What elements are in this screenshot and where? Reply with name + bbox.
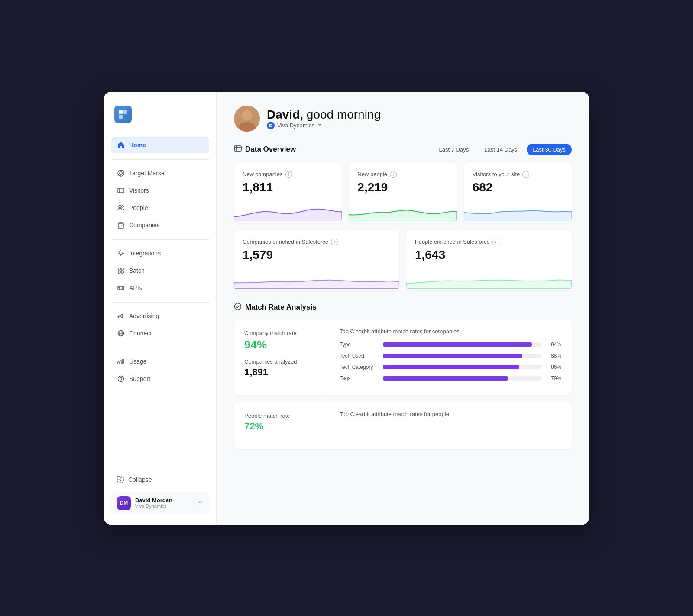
info-icon-people[interactable]: i — [390, 171, 397, 178]
bar-row-tech-category: Tech Category 86% — [340, 364, 561, 370]
svg-point-29 — [120, 377, 122, 380]
sidebar-item-integrations[interactable]: Integrations — [111, 245, 209, 261]
main-content: David, good morning Viva Dynamics — [217, 92, 589, 525]
stat-value-visitors: 682 — [473, 181, 563, 194]
collapse-icon — [117, 476, 124, 484]
match-rate-icon — [234, 303, 242, 313]
svg-rect-2 — [119, 115, 123, 119]
svg-point-11 — [122, 206, 123, 207]
data-overview-title: Data Overview — [234, 145, 296, 155]
svg-rect-7 — [118, 188, 124, 193]
sidebar-bottom: Collapse DM David Morgan Viva Dynamics — [111, 471, 209, 514]
company-match-rate-value: 94% — [244, 338, 318, 352]
people-match-card: People match rate 72% Top Clearbit attri… — [234, 402, 572, 449]
collapse-button[interactable]: Collapse — [111, 471, 209, 488]
stat-card-visitors: Visitors to your site i 682 — [464, 162, 572, 223]
svg-rect-25 — [118, 362, 119, 364]
sidebar: Home Target Market — [104, 92, 217, 525]
bar-track — [383, 376, 541, 381]
stat-value-companies-sf: 1,579 — [243, 248, 391, 262]
integrations-icon — [117, 249, 125, 257]
info-icon-people-sf[interactable]: i — [492, 239, 499, 245]
svg-point-32 — [242, 110, 252, 120]
svg-rect-16 — [118, 268, 120, 270]
page-header: David, good morning Viva Dynamics — [234, 106, 572, 132]
sidebar-item-home[interactable]: Home — [111, 137, 209, 153]
people-match-right: Top Clearbit attribute match rates for p… — [329, 402, 572, 449]
info-icon-companies[interactable]: i — [285, 171, 292, 178]
svg-point-4 — [120, 172, 122, 174]
sidebar-item-connect[interactable]: Connect — [111, 325, 209, 342]
bar-row-tech-used: Tech Used 88% — [340, 353, 561, 359]
svg-rect-18 — [118, 271, 120, 273]
bar-row-type: Type 94% — [340, 342, 561, 348]
sidebar-item-apis[interactable]: APIs — [111, 280, 209, 296]
sidebar-item-visitors[interactable]: Visitors — [111, 182, 209, 199]
svg-rect-30 — [117, 476, 123, 482]
match-rate-header: Match Rate Analysis — [234, 303, 572, 313]
bottom-stats-grid: Companies enriched in Salesforce i 1,579… — [234, 230, 572, 290]
stat-card-new-people: New people i 2,219 — [349, 162, 457, 223]
svg-point-28 — [118, 376, 124, 381]
stat-card-people-salesforce: People enriched in Salesforce i 1,643 — [406, 230, 572, 290]
info-icon-visitors[interactable]: i — [522, 171, 529, 178]
target-icon — [117, 169, 125, 177]
info-icon-companies-sf[interactable]: i — [331, 239, 338, 245]
bar-fill — [383, 376, 508, 381]
home-icon — [117, 141, 125, 149]
svg-rect-0 — [119, 110, 123, 114]
people-match-rate-value: 72% — [244, 421, 318, 432]
bar-fill — [383, 354, 522, 358]
svg-point-21 — [118, 316, 119, 317]
match-rate-title: Match Rate Analysis — [234, 303, 317, 313]
company-match-right: Top Clearbit attribute match rates for c… — [329, 319, 572, 395]
svg-rect-19 — [121, 271, 123, 273]
sidebar-item-batch[interactable]: Batch — [111, 262, 209, 279]
user-profile[interactable]: DM David Morgan Viva Dynamics — [111, 492, 209, 514]
sidebar-item-support[interactable]: Support — [111, 371, 209, 387]
bar-fill — [383, 365, 519, 369]
svg-point-35 — [270, 125, 272, 126]
user-info: David Morgan Viva Dynamics — [135, 497, 193, 509]
sidebar-item-usage[interactable]: Usage — [111, 353, 209, 370]
svg-rect-12 — [118, 223, 123, 228]
chevron-down-icon — [197, 499, 203, 507]
date-14days-button[interactable]: Last 14 Days — [478, 144, 523, 155]
company-match-left: Company match rate 94% Companies analyze… — [234, 319, 329, 395]
usage-icon — [117, 358, 125, 365]
sidebar-item-target-market[interactable]: Target Market — [111, 165, 209, 181]
user-photo — [234, 106, 260, 132]
workspace-icon — [267, 122, 275, 129]
svg-rect-17 — [121, 268, 123, 270]
sidebar-item-advertising[interactable]: Advertising — [111, 308, 209, 324]
bar-track — [383, 365, 541, 369]
svg-rect-26 — [120, 361, 121, 364]
logo — [111, 102, 209, 126]
company-match-card: Company match rate 94% Companies analyze… — [234, 319, 572, 395]
bar-track — [383, 354, 541, 358]
bar-fill — [383, 342, 532, 347]
date-30days-button[interactable]: Last 30 Days — [527, 144, 572, 155]
people-match-left: People match rate 72% — [234, 402, 329, 449]
data-overview-header: Data Overview Last 7 Days Last 14 Days L… — [234, 144, 572, 155]
stat-value-people-sf: 1,643 — [415, 248, 563, 262]
app-logo — [114, 106, 132, 123]
svg-point-39 — [235, 303, 241, 310]
company-analyzed-value: 1,891 — [244, 367, 318, 378]
svg-rect-1 — [123, 110, 127, 114]
workspace-badge[interactable]: Viva Dynamics — [267, 122, 381, 129]
companies-icon — [117, 221, 125, 229]
svg-point-10 — [119, 205, 121, 208]
visitors-icon — [117, 187, 125, 194]
date-7days-button[interactable]: Last 7 Days — [433, 144, 475, 155]
sidebar-item-companies[interactable]: Companies — [111, 217, 209, 233]
stat-value-people: 2,219 — [357, 181, 448, 194]
sidebar-item-people[interactable]: People — [111, 200, 209, 216]
bar-track — [383, 342, 541, 347]
bar-row-tags: Tags 79% — [340, 375, 561, 381]
stat-card-companies-salesforce: Companies enriched in Salesforce i 1,579 — [234, 230, 399, 290]
support-icon — [117, 375, 125, 383]
batch-icon — [117, 267, 125, 274]
stat-value-companies: 1,811 — [243, 181, 333, 194]
people-icon — [117, 204, 125, 212]
